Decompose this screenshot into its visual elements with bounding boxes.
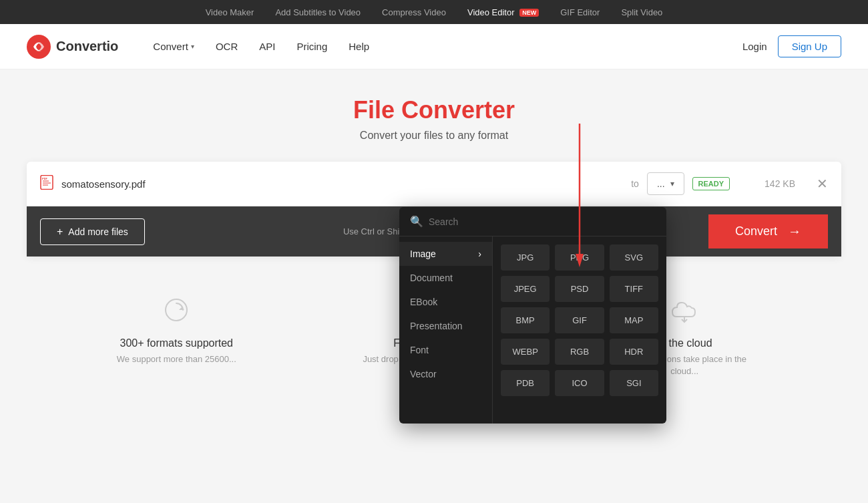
feature-formats: 300+ formats supported We support more t… bbox=[117, 297, 236, 377]
topbar-gif-editor[interactable]: GIF Editor bbox=[560, 7, 600, 17]
search-icon: 🔍 bbox=[410, 215, 423, 228]
dropdown-body: Image › Document EBook Presentation Font… bbox=[399, 236, 666, 424]
format-btn-jpg[interactable]: JPG bbox=[501, 244, 550, 271]
format-btn-pdb[interactable]: PDB bbox=[501, 370, 550, 396]
signup-button[interactable]: Sign Up bbox=[778, 35, 841, 57]
dropdown-search-area: 🔍 bbox=[399, 207, 666, 236]
ready-badge: READY bbox=[692, 177, 730, 190]
svg-marker-4 bbox=[576, 254, 584, 267]
chevron-right-icon: › bbox=[478, 248, 481, 259]
nav-help[interactable]: Help bbox=[341, 35, 377, 57]
format-btn-webp[interactable]: WEBP bbox=[501, 339, 550, 365]
top-bar: Video Maker Add Subtitles to Video Compr… bbox=[0, 0, 868, 24]
convert-button[interactable]: Convert → bbox=[708, 214, 828, 248]
nav-ocr[interactable]: OCR bbox=[208, 35, 246, 57]
category-list: Image › Document EBook Presentation Font… bbox=[399, 236, 493, 424]
category-font[interactable]: Font bbox=[399, 338, 492, 362]
feature-formats-desc: We support more than 25600... bbox=[117, 353, 236, 365]
refresh-icon bbox=[117, 297, 236, 329]
file-row: PDF somatosensory.pdf to ... ▾ READY 142… bbox=[27, 162, 841, 206]
chevron-down-icon: ▾ bbox=[191, 43, 194, 50]
format-dropdown-overlay: 🔍 Image › Document EBook Presentation bbox=[399, 207, 666, 424]
to-label: to bbox=[631, 178, 639, 189]
arrow-icon: → bbox=[788, 224, 801, 239]
file-size: 142 KB bbox=[765, 178, 795, 189]
svg-point-0 bbox=[27, 35, 51, 59]
login-button[interactable]: Login bbox=[742, 41, 767, 52]
header: Convertio Convert ▾ OCR API Pricing Help… bbox=[0, 24, 868, 69]
category-document[interactable]: Document bbox=[399, 266, 492, 290]
format-btn-rgb[interactable]: RGB bbox=[555, 339, 604, 365]
page-title: File Converter bbox=[13, 96, 855, 124]
main-nav: Convert ▾ OCR API Pricing Help bbox=[145, 35, 742, 57]
add-files-button[interactable]: + Add more files bbox=[40, 218, 145, 245]
main-content: File Converter Convert your files to any… bbox=[0, 69, 868, 404]
nav-api[interactable]: API bbox=[251, 35, 283, 57]
close-button[interactable]: ✕ bbox=[817, 176, 828, 192]
category-presentation[interactable]: Presentation bbox=[399, 314, 492, 338]
format-btn-psd[interactable]: PSD bbox=[555, 276, 604, 302]
nav-convert[interactable]: Convert ▾ bbox=[145, 35, 202, 57]
topbar-split-video[interactable]: Split Video bbox=[621, 7, 662, 17]
page-subtitle: Convert your files to any format bbox=[13, 130, 855, 142]
pdf-icon: PDF bbox=[40, 175, 53, 193]
category-ebook[interactable]: EBook bbox=[399, 290, 492, 314]
plus-icon: + bbox=[57, 226, 63, 238]
format-btn-gif[interactable]: GIF bbox=[555, 307, 604, 333]
arrow-indicator bbox=[576, 124, 584, 273]
category-vector[interactable]: Vector bbox=[399, 362, 492, 386]
format-btn-sgi[interactable]: SGI bbox=[610, 370, 658, 396]
feature-formats-title: 300+ formats supported bbox=[117, 337, 236, 349]
format-btn-svg[interactable]: SVG bbox=[610, 244, 658, 271]
logo-icon bbox=[27, 35, 51, 59]
format-btn-bmp[interactable]: BMP bbox=[501, 307, 550, 333]
format-btn-ico[interactable]: ICO bbox=[555, 370, 604, 396]
format-dropdown[interactable]: ... ▾ bbox=[647, 172, 684, 195]
topbar-video-maker[interactable]: Video Maker bbox=[206, 7, 254, 17]
nav-pricing[interactable]: Pricing bbox=[288, 35, 335, 57]
topbar-video-editor[interactable]: Video Editor NEW bbox=[467, 7, 539, 17]
topbar-add-subtitles[interactable]: Add Subtitles to Video bbox=[275, 7, 361, 17]
format-btn-map[interactable]: MAP bbox=[610, 307, 658, 333]
logo[interactable]: Convertio bbox=[27, 35, 118, 59]
chevron-down-icon: ▾ bbox=[670, 179, 674, 188]
topbar-compress-video[interactable]: Compress Video bbox=[382, 7, 446, 17]
format-btn-tiff[interactable]: TIFF bbox=[610, 276, 658, 302]
format-btn-jpeg[interactable]: JPEG bbox=[501, 276, 550, 302]
search-input[interactable] bbox=[429, 216, 656, 227]
svg-text:PDF: PDF bbox=[42, 177, 48, 180]
header-right: Login Sign Up bbox=[742, 35, 841, 57]
file-name: somatosensory.pdf bbox=[61, 178, 623, 190]
new-badge: NEW bbox=[519, 9, 539, 17]
logo-text: Convertio bbox=[56, 39, 118, 54]
category-image[interactable]: Image › bbox=[399, 242, 492, 266]
format-btn-hdr[interactable]: HDR bbox=[610, 339, 658, 365]
